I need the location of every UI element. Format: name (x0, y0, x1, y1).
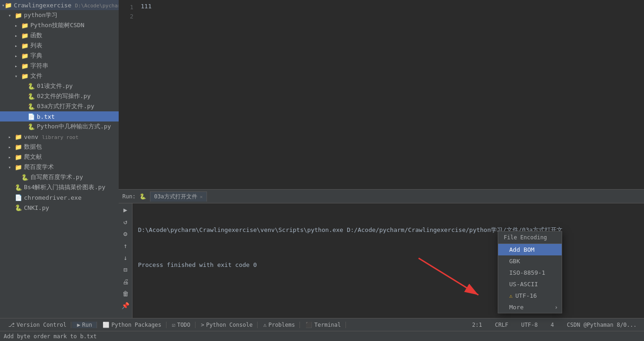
tree-label: 列表 (30, 41, 42, 50)
status-tab-terminal[interactable]: ⬛Terminal (301, 322, 346, 328)
tree-item-functions[interactable]: ▸📁函数 (0, 30, 119, 40)
run-icon: 🐍 (139, 193, 146, 200)
status-left: ⎇Version Control▶Run⬜Python Packages☑TOD… (0, 322, 465, 328)
tree-label: 函数 (30, 31, 42, 40)
code-line: 111 (141, 2, 644, 11)
line-number: 2 (119, 12, 133, 21)
run-pin-icon[interactable]: 📌 (121, 301, 130, 310)
run-content-area: ▶ ↺ ⚙ ↑ ↓ ⊟ 🖨 🗑 📌 D:\Acode\pycharm\Crawl… (119, 203, 644, 318)
status-tab-python-packages[interactable]: ⬜Python Packages (98, 322, 166, 328)
run-label: Run: (122, 193, 136, 200)
status-tab-python-console[interactable]: >Python Console (196, 322, 258, 328)
tree-item-files[interactable]: ▾📁文件 (0, 71, 119, 81)
version-control-icon: ⎇ (8, 322, 15, 328)
tree-label: chromedriver.exe (24, 194, 81, 201)
tree-item-strings[interactable]: ▸📁字符串 (0, 61, 119, 71)
tree-item-python-study[interactable]: ▾📁python学习 (0, 10, 119, 20)
run-print-icon[interactable]: 🖨 (121, 277, 130, 286)
file-tree: ▾📁Crawlingexercise D:\Acode\pychar▾📁pyth… (0, 0, 119, 318)
code-line (141, 11, 644, 20)
tree-item-data-pkg[interactable]: ▸📁数据包 (0, 142, 119, 152)
editor-area: 12 111 Run: 🐍 03a方式打开文件 ✕ ▶ ↺ ⚙ ↑ ↓ (119, 0, 644, 318)
run-rerun-icon[interactable]: ↺ (121, 217, 130, 226)
tree-item-root[interactable]: ▾📁Crawlingexercise D:\Acode\pychar (0, 0, 119, 10)
tree-item-chromedriver[interactable]: 📄chromedriver.exe (0, 192, 119, 202)
tree-label: 03a方式打开文件.py (37, 102, 94, 110)
status-tab-problems[interactable]: ⚠Problems (259, 322, 300, 328)
python-packages-label: Python Packages (111, 322, 161, 328)
tree-label: Crawlingexercise D:\Acode\pychar (14, 2, 119, 9)
more-arrow: › (554, 304, 558, 311)
interpreter-info: CSDN @Pythaman 8/0... (563, 320, 640, 330)
run-scroll-down-icon[interactable]: ↓ (121, 253, 130, 262)
process-output: Process finished with exit code 0 (138, 260, 638, 270)
python-console-label: Python Console (206, 322, 253, 328)
problems-label: Problems (268, 322, 295, 328)
dropdown-item-add-bom[interactable]: Add BOM (498, 244, 562, 255)
tree-item-baidu-academic[interactable]: ▾📁爬百度学术 (0, 162, 119, 172)
dropdown-item-iso-8859[interactable]: ISO-8859-1 (498, 267, 562, 278)
python-console-icon: > (201, 322, 204, 328)
dropdown-item-utf-16[interactable]: ⚠UTF-16 (498, 290, 562, 301)
editor-content: 12 111 (119, 0, 644, 189)
tree-label: 字典 (30, 52, 42, 60)
run-output: D:\Acode\pycharm\Crawlingexercise\venv\S… (132, 203, 644, 318)
dropdown-item-label: ISO-8859-1 (509, 269, 545, 276)
tree-item-cnki[interactable]: 🐍CNKI.py (0, 202, 119, 213)
run-icon: ▶ (77, 322, 80, 328)
dropdown-item-gbk[interactable]: GBK (498, 255, 562, 267)
run-tab-name: 03a方式打开文件 (154, 193, 197, 201)
tree-label: 数据包 (24, 143, 42, 151)
terminal-icon: ⬛ (305, 322, 312, 328)
tree-item-lists[interactable]: ▸📁列表 (0, 40, 119, 51)
run-wrap-icon[interactable]: ⊟ (121, 265, 130, 274)
problems-icon: ⚠ (263, 322, 266, 328)
tree-label: 文件 (30, 72, 42, 80)
version-control-label: Version Control (17, 322, 66, 328)
python-packages-icon: ⬜ (103, 322, 109, 328)
tree-item-crawl-docs[interactable]: ▸📁爬文献 (0, 152, 119, 162)
status-tab-todo[interactable]: ☑TODO (167, 322, 196, 328)
tree-label: Python中几种输出方式.py (37, 122, 111, 131)
run-tab-close[interactable]: ✕ (200, 194, 203, 199)
tree-label: b.txt (37, 113, 55, 120)
tree-item-file02[interactable]: 🐍02文件的写操作.py (0, 91, 119, 101)
tree-item-venv[interactable]: ▸📁venv library root (0, 132, 119, 142)
tree-label: CNKI.py (24, 204, 49, 211)
run-scroll-up-icon[interactable]: ↑ (121, 241, 130, 250)
run-side-icons: ▶ ↺ ⚙ ↑ ↓ ⊟ 🖨 🗑 📌 (119, 203, 132, 318)
code-area[interactable]: 111 (137, 2, 644, 187)
tree-label: venv library root (24, 133, 79, 140)
dropdown-item-us-ascii[interactable]: US-ASCII (498, 278, 562, 290)
run-tab[interactable]: 03a方式打开文件 ✕ (150, 191, 207, 202)
tree-label: 自写爬百度学术.py (30, 173, 83, 181)
tree-item-python-output[interactable]: 🐍Python中几种输出方式.py (0, 121, 119, 132)
dropdown-item-label: More (509, 304, 523, 311)
dropdown-item-label: US-ASCII (509, 281, 538, 288)
run-settings-icon[interactable]: ⚙ (121, 229, 130, 238)
dropdown-item-more[interactable]: More› (498, 301, 562, 313)
todo-label: TODO (177, 322, 190, 328)
tree-item-python-csdn[interactable]: ▸📁Python技能树CSDN (0, 20, 119, 30)
status-tab-run[interactable]: ▶Run (72, 322, 97, 328)
tree-item-bs4-chart[interactable]: 🐍Bs4解析入门搞搞菜价图表.py (0, 182, 119, 192)
encoding-info: UTF-8 (518, 320, 541, 330)
tree-item-file03a[interactable]: 🐍03a方式打开文件.py (0, 101, 119, 111)
warning-icon: ⚠ (509, 293, 512, 299)
run-play-icon[interactable]: ▶ (121, 205, 130, 214)
line-ending: CRLF (491, 320, 512, 330)
terminal-label: Terminal (314, 322, 341, 328)
status-tab-version-control[interactable]: ⎇Version Control (4, 322, 71, 328)
status-message: Add byte order mark to b.txt (4, 333, 97, 340)
tree-item-baidu-py[interactable]: 🐍自写爬百度学术.py (0, 172, 119, 182)
tree-label: 爬百度学术 (24, 163, 54, 171)
position-info: 2:1 (468, 320, 486, 330)
tree-item-dict[interactable]: ▸📁字典 (0, 51, 119, 61)
status-message-bar: Add byte order mark to b.txt (0, 331, 644, 341)
tree-item-file01[interactable]: 🐍01读文件.py (0, 81, 119, 91)
tree-item-btxt[interactable]: 📄b.txt (0, 111, 119, 121)
run-trash-icon[interactable]: 🗑 (121, 289, 130, 298)
encoding-menu-header: File Encoding (498, 231, 562, 244)
tree-label: 爬文献 (24, 153, 42, 161)
file-encoding-menu: File Encoding Add BOMGBKISO-8859-1US-ASC… (498, 231, 562, 313)
